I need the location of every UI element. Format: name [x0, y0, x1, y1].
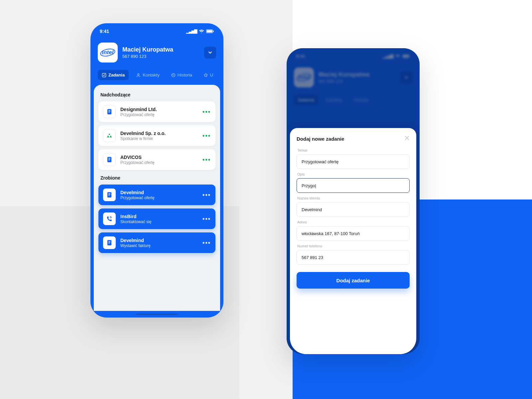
task-desc: Skontaktować się — [120, 219, 198, 224]
submit-button[interactable]: Dodaj zadanie — [297, 272, 410, 289]
task-card-done[interactable]: Develmind Przygotować ofertę ••• — [98, 185, 215, 205]
contact-phone: 567 890 123 — [122, 54, 200, 59]
svg-point-4 — [138, 73, 139, 75]
status-bar: 9:41 ▁▃▅▇ — [90, 23, 223, 37]
add-task-sheet: Dodaj nowe zadanie Temat Przygotować ofe… — [290, 128, 416, 354]
chevron-down-icon — [208, 50, 212, 55]
avatar[interactable]: intel — [98, 43, 118, 63]
task-desc: Przygotować ofertę — [120, 196, 198, 200]
call-icon — [103, 212, 116, 225]
svg-rect-13 — [107, 157, 111, 162]
svg-rect-7 — [108, 110, 110, 110]
tab-label: Zadania — [108, 72, 125, 77]
task-desc: Wystawić fakturę — [120, 243, 198, 248]
sheet-title: Dodaj nowe zadanie — [297, 136, 344, 142]
input-topic[interactable]: Przygotować ofertę — [297, 154, 410, 169]
status-icons: ▁▃▅▇ — [382, 54, 410, 59]
contact-header: intel Maciej Kuropatwa 567 890 123 — [90, 37, 223, 68]
tabs-row-dimmed: Zadania Kontakty Historia — [287, 93, 420, 110]
more-button[interactable]: ••• — [202, 156, 211, 163]
label-client: Nazwa klienta — [297, 196, 410, 200]
task-card-done[interactable]: Develmind Wystawić fakturę ••• — [98, 232, 215, 253]
svg-rect-26 — [403, 55, 409, 58]
star-icon — [203, 73, 208, 77]
more-button[interactable]: ••• — [202, 215, 211, 222]
close-button[interactable] — [404, 135, 410, 142]
task-desc: Przygotować ofertę — [120, 112, 198, 117]
contact-name: Maciej Kuropatwa — [122, 46, 200, 53]
svg-rect-18 — [108, 193, 110, 194]
task-company: Develmind Sp. z o.o. — [120, 131, 198, 136]
tabs-row: Zadania Kontakty Historia U — [90, 68, 223, 85]
tab-label: Kontakty — [143, 72, 160, 77]
svg-rect-20 — [108, 195, 110, 196]
task-card[interactable]: ADVICOS Przygotować ofertę ••• — [98, 149, 215, 170]
svg-rect-24 — [108, 243, 110, 243]
more-button[interactable]: ••• — [202, 239, 211, 246]
task-card[interactable]: Designmind Ltd. Przygotować ofertę ••• — [98, 101, 215, 122]
section-upcoming-title: Nadchodzące — [100, 92, 213, 97]
task-company: Develmind — [120, 190, 198, 195]
tasks-panel: Nadchodzące Designmind Ltd. Przygotować … — [94, 85, 220, 311]
task-company: Designmind Ltd. — [120, 107, 198, 112]
expand-contact-button — [400, 71, 412, 83]
tab-zadania[interactable]: Zadania — [98, 70, 129, 80]
status-bar: 9:41 ▁▃▅▇ — [287, 48, 420, 62]
battery-icon — [206, 29, 214, 33]
phone-add-task-screen: 9:41 ▁▃▅▇ intel Maciej Kuropatwa 567 890… — [287, 48, 420, 354]
tab-historia[interactable]: Historia — [167, 70, 196, 80]
doc-icon — [103, 105, 116, 118]
svg-rect-1 — [207, 30, 212, 33]
doc-icon — [103, 153, 116, 166]
wifi-icon — [395, 54, 400, 58]
phone-tasks-screen: 9:41 ▁▃▅▇ intel Maciej Kuropatwa 567 890… — [90, 23, 223, 318]
svg-rect-19 — [108, 194, 110, 195]
meeting-icon — [103, 129, 116, 142]
expand-contact-button[interactable] — [204, 47, 216, 59]
label-desc: Opis — [297, 172, 410, 176]
contact-header-dimmed: intel Maciej Kuropatwa 567 890 123 — [287, 62, 420, 93]
task-company: ADVICOS — [120, 155, 198, 160]
label-topic: Temat — [297, 148, 410, 152]
more-button[interactable]: ••• — [202, 108, 211, 115]
svg-rect-16 — [108, 160, 110, 160]
input-desc[interactable]: Przygo| — [297, 178, 410, 193]
status-time: 9:41 — [296, 54, 305, 59]
svg-rect-15 — [108, 159, 110, 159]
input-phone[interactable]: 567 891 23 — [297, 250, 410, 265]
section-done-title: Zrobione — [100, 175, 213, 181]
tab-label: U — [210, 72, 213, 77]
svg-rect-22 — [108, 241, 110, 241]
input-client[interactable]: Develmind — [297, 202, 410, 217]
label-phone: Numer telefonu — [297, 244, 410, 248]
tab-favorites[interactable]: U — [200, 70, 217, 80]
close-icon — [404, 135, 410, 141]
svg-rect-14 — [108, 158, 110, 158]
wifi-icon — [199, 29, 204, 33]
more-button[interactable]: ••• — [202, 192, 211, 199]
svg-rect-8 — [108, 111, 110, 111]
task-card-done[interactable]: InsBird Skontaktować się ••• — [98, 208, 215, 229]
status-time: 9:41 — [100, 29, 109, 34]
input-address[interactable]: włocławska 167, 87-100 Toruń — [297, 226, 410, 241]
battery-icon — [402, 54, 410, 58]
cellular-icon: ▁▃▅▇ — [382, 54, 393, 59]
tab-kontakty[interactable]: Kontakty — [132, 70, 164, 80]
svg-rect-9 — [108, 112, 110, 112]
svg-rect-27 — [409, 56, 410, 57]
task-card[interactable]: Develmind Sp. z o.o. Spotkanie w firmie … — [98, 125, 215, 146]
avatar: intel — [294, 67, 314, 87]
status-icons: ▁▃▅▇ — [186, 29, 214, 34]
task-desc: Spotkanie w firmie — [120, 136, 198, 141]
more-button[interactable]: ••• — [202, 132, 211, 139]
home-indicator — [136, 314, 178, 315]
svg-rect-6 — [107, 109, 111, 114]
cellular-icon: ▁▃▅▇ — [186, 29, 197, 34]
svg-rect-23 — [108, 242, 110, 242]
tab-label: Historia — [178, 72, 192, 77]
doc-icon — [103, 236, 116, 249]
svg-rect-17 — [107, 192, 111, 198]
doc-icon — [103, 189, 116, 201]
svg-point-12 — [109, 134, 110, 135]
task-company: Develmind — [120, 238, 198, 243]
